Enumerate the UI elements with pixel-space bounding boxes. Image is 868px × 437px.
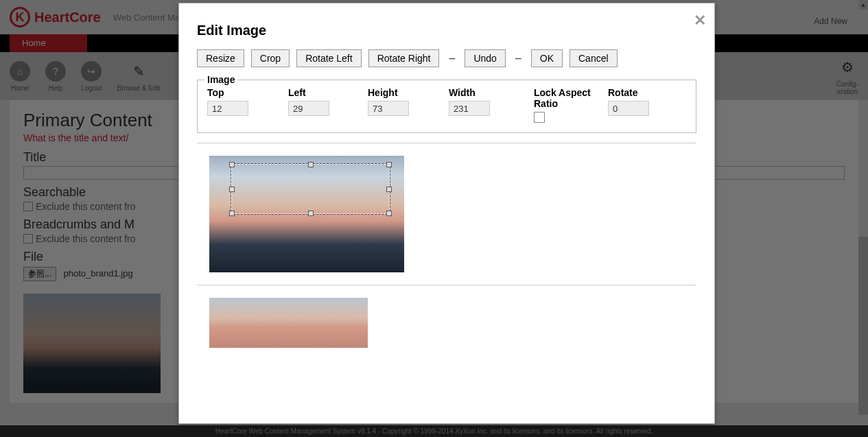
crop-handle-br[interactable] <box>386 211 392 216</box>
image-crop-preview <box>209 298 368 348</box>
crop-handle-ml[interactable] <box>229 187 235 192</box>
separator-1: – <box>446 52 458 64</box>
crop-handle-tr[interactable] <box>386 162 392 167</box>
lock-aspect-checkbox[interactable] <box>534 112 545 123</box>
width-label: Width <box>449 87 534 98</box>
rotate-input[interactable] <box>608 101 649 116</box>
rotate-left-button[interactable]: Rotate Left <box>296 49 362 67</box>
top-input[interactable] <box>207 101 248 116</box>
separator-2: – <box>513 52 524 64</box>
crop-handle-bl[interactable] <box>229 211 235 216</box>
height-label: Height <box>368 87 449 98</box>
fieldset-legend: Image <box>204 74 237 85</box>
resize-button[interactable]: Resize <box>197 49 244 67</box>
width-input[interactable] <box>449 101 490 116</box>
top-label: Top <box>207 87 288 98</box>
lock-aspect-label: Lock Aspect Ratio <box>534 87 608 109</box>
image-editor-canvas[interactable] <box>209 156 404 272</box>
divider-1 <box>197 143 696 143</box>
crop-selection[interactable] <box>231 164 390 214</box>
divider-2 <box>197 285 696 285</box>
close-icon[interactable]: ✕ <box>694 12 706 29</box>
image-fieldset: Image Top Left Height Width <box>197 80 696 133</box>
undo-button[interactable]: Undo <box>465 49 505 67</box>
crop-handle-bm[interactable] <box>308 211 314 216</box>
crop-handle-mr[interactable] <box>386 187 392 192</box>
modal-button-row: Resize Crop Rotate Left Rotate Right – U… <box>197 49 696 67</box>
crop-handle-tm[interactable] <box>308 162 314 167</box>
height-input[interactable] <box>368 101 409 116</box>
modal-title: Edit Image <box>197 23 696 38</box>
ok-button[interactable]: OK <box>531 49 563 67</box>
cancel-button[interactable]: Cancel <box>570 49 618 67</box>
rotate-right-button[interactable]: Rotate Right <box>368 49 440 67</box>
edit-image-modal: ✕ Edit Image Resize Crop Rotate Left Rot… <box>178 3 715 424</box>
rotate-label: Rotate <box>608 87 649 98</box>
crop-handle-tl[interactable] <box>229 162 235 167</box>
crop-button[interactable]: Crop <box>251 49 290 67</box>
left-label: Left <box>288 87 368 98</box>
left-input[interactable] <box>288 101 329 116</box>
